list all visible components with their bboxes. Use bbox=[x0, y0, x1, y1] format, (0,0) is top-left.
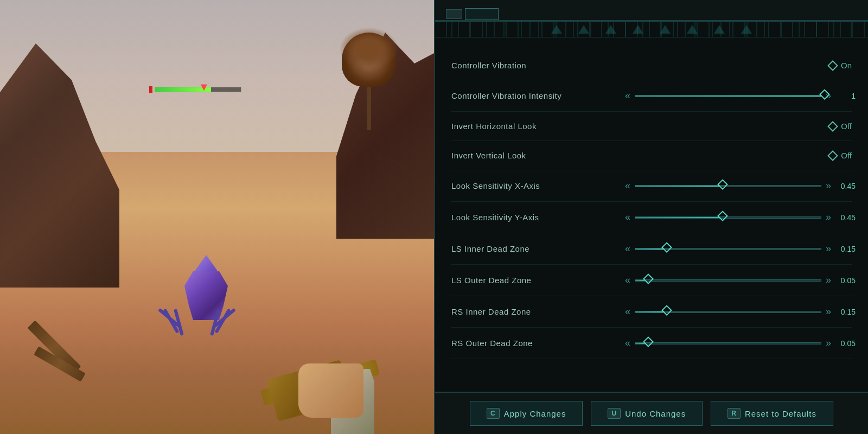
section-title bbox=[435, 37, 868, 51]
slider-right-look-sensitivity-x[interactable]: » bbox=[826, 180, 831, 192]
slider-track-look-sensitivity-y[interactable] bbox=[635, 216, 821, 219]
slider-thumb-rs-inner-dead-zone[interactable] bbox=[661, 305, 672, 316]
setting-row-controller-vibration-intensity: Controller Vibration Intensity « » 1 bbox=[451, 80, 852, 112]
desert-plants bbox=[336, 33, 401, 130]
toggle-invert-vertical-look[interactable]: Off bbox=[829, 151, 852, 160]
slider-left-rs-inner-dead-zone[interactable]: « bbox=[625, 306, 630, 317]
slider-fill-ls-outer-dead-zone bbox=[635, 280, 644, 281]
slider-fill-rs-outer-dead-zone bbox=[635, 343, 644, 344]
toggle-value-invert-vertical-look: Off bbox=[841, 151, 852, 160]
setting-label-invert-vertical-look: Invert Vertical Look bbox=[451, 151, 625, 160]
slider-controller-vibration-intensity[interactable]: « » bbox=[625, 90, 831, 101]
slider-right-rs-inner-dead-zone[interactable]: » bbox=[826, 306, 831, 317]
reset-defaults-label: Reset to Defaults bbox=[745, 409, 816, 418]
setting-control-rs-outer-dead-zone: « » 0.05 bbox=[625, 337, 856, 349]
apply-changes-button[interactable]: C Apply Changes bbox=[470, 401, 583, 426]
plant-spikes bbox=[339, 27, 399, 71]
setting-row-rs-outer-dead-zone: RS Outer Dead Zone « » 0.05 bbox=[451, 328, 852, 359]
game-viewport: ▼ bbox=[0, 0, 434, 434]
enemy-red-status bbox=[149, 86, 152, 93]
setting-label-ls-inner-dead-zone: LS Inner Dead Zone bbox=[451, 244, 625, 253]
tab-audio[interactable] bbox=[538, 8, 571, 20]
setting-label-controller-vibration: Controller Vibration bbox=[451, 61, 625, 70]
slider-left-controller-vibration-intensity[interactable]: « bbox=[625, 90, 630, 101]
setting-row-ls-outer-dead-zone: LS Outer Dead Zone « » 0.05 bbox=[451, 265, 852, 296]
toggle-value-controller-vibration: On bbox=[841, 61, 852, 70]
slider-left-rs-outer-dead-zone[interactable]: « bbox=[625, 337, 630, 349]
setting-label-rs-inner-dead-zone: RS Inner Dead Zone bbox=[451, 307, 625, 316]
slider-thumb-look-sensitivity-y[interactable] bbox=[717, 210, 728, 221]
slider-look-sensitivity-y[interactable]: « » bbox=[625, 212, 831, 223]
slider-track-ls-inner-dead-zone[interactable] bbox=[635, 248, 821, 250]
setting-label-look-sensitivity-y: Look Sensitivity Y-Axis bbox=[451, 213, 625, 222]
reset-defaults-button[interactable]: R Reset to Defaults bbox=[711, 401, 833, 426]
slider-left-ls-inner-dead-zone[interactable]: « bbox=[625, 243, 630, 254]
slider-left-ls-outer-dead-zone[interactable]: « bbox=[625, 275, 630, 286]
enemy-level-row: ▼ bbox=[146, 86, 241, 93]
tab-del[interactable] bbox=[446, 9, 462, 19]
health-bar-container: ▼ bbox=[149, 86, 241, 93]
slider-right-ls-outer-dead-zone[interactable]: » bbox=[826, 275, 831, 286]
slider-track-ls-outer-dead-zone[interactable] bbox=[635, 279, 821, 282]
undo-changes-label: Undo Changes bbox=[625, 409, 686, 418]
slider-look-sensitivity-x[interactable]: « » bbox=[625, 180, 831, 192]
slider-value-look-sensitivity-x: 0.45 bbox=[837, 182, 856, 190]
setting-control-controller-vibration[interactable]: On bbox=[625, 61, 852, 70]
slider-left-look-sensitivity-y[interactable]: « bbox=[625, 212, 630, 223]
undo-changes-button[interactable]: U Undo Changes bbox=[591, 401, 703, 426]
setting-control-invert-vertical-look[interactable]: Off bbox=[625, 151, 852, 160]
slider-rs-outer-dead-zone[interactable]: « » bbox=[625, 337, 831, 349]
setting-control-look-sensitivity-x: « » 0.45 bbox=[625, 180, 856, 192]
tab-game[interactable] bbox=[501, 8, 535, 20]
apply-changes-key: C bbox=[487, 408, 500, 419]
deco-tri-3 bbox=[605, 25, 616, 34]
toggle-controller-vibration[interactable]: On bbox=[829, 61, 852, 70]
slider-ls-inner-dead-zone[interactable]: « » bbox=[625, 243, 831, 254]
deco-tri-2 bbox=[578, 25, 589, 34]
slider-track-controller-vibration-intensity[interactable] bbox=[635, 95, 821, 97]
slider-right-rs-outer-dead-zone[interactable]: » bbox=[826, 337, 831, 349]
deco-tri-4 bbox=[633, 25, 643, 34]
settings-panel: Controller Vibration On Controller Vibra… bbox=[434, 0, 868, 434]
slider-value-ls-outer-dead-zone: 0.05 bbox=[837, 276, 856, 285]
slider-right-ls-inner-dead-zone[interactable]: » bbox=[826, 243, 831, 254]
slider-track-look-sensitivity-x[interactable] bbox=[635, 185, 821, 187]
setting-label-look-sensitivity-x: Look Sensitivity X-Axis bbox=[451, 181, 625, 190]
slider-thumb-ls-inner-dead-zone[interactable] bbox=[661, 242, 672, 253]
health-bar: ▼ bbox=[155, 87, 241, 92]
slider-thumb-ls-outer-dead-zone[interactable] bbox=[643, 273, 654, 284]
slider-thumb-rs-outer-dead-zone[interactable] bbox=[643, 336, 654, 347]
slider-value-look-sensitivity-y: 0.45 bbox=[837, 213, 856, 222]
setting-control-invert-horizontal-look[interactable]: Off bbox=[625, 122, 852, 131]
slider-value-rs-outer-dead-zone: 0.05 bbox=[837, 339, 856, 348]
tab-accessibility[interactable] bbox=[610, 8, 644, 20]
slider-track-rs-inner-dead-zone[interactable] bbox=[635, 311, 821, 313]
tab-graphics[interactable] bbox=[465, 8, 499, 20]
deco-tri-7 bbox=[714, 25, 725, 34]
tab-ui[interactable] bbox=[574, 8, 608, 20]
setting-row-rs-inner-dead-zone: RS Inner Dead Zone « » 0.15 bbox=[451, 296, 852, 328]
deco-tri-8 bbox=[741, 25, 752, 34]
settings-list: Controller Vibration On Controller Vibra… bbox=[435, 51, 868, 392]
slider-rs-inner-dead-zone[interactable]: « » bbox=[625, 306, 831, 317]
slider-ls-outer-dead-zone[interactable]: « » bbox=[625, 275, 831, 286]
deco-tri-6 bbox=[687, 25, 698, 34]
setting-control-look-sensitivity-y: « » 0.45 bbox=[625, 212, 856, 223]
slider-thumb-look-sensitivity-x[interactable] bbox=[717, 179, 728, 190]
player-hands bbox=[298, 363, 363, 418]
toggle-invert-horizontal-look[interactable]: Off bbox=[829, 122, 852, 131]
action-bar: C Apply Changes U Undo Changes R Reset t… bbox=[435, 392, 868, 434]
setting-control-controller-vibration-intensity: « » 1 bbox=[625, 90, 856, 101]
slider-track-rs-outer-dead-zone[interactable] bbox=[635, 342, 821, 344]
slider-value-ls-inner-dead-zone: 0.15 bbox=[837, 245, 856, 253]
apply-changes-label: Apply Changes bbox=[504, 409, 566, 418]
setting-control-rs-inner-dead-zone: « » 0.15 bbox=[625, 306, 856, 317]
setting-row-look-sensitivity-y: Look Sensitivity Y-Axis « » 0.45 bbox=[451, 202, 852, 233]
deco-tri-1 bbox=[551, 25, 562, 34]
decorative-band bbox=[435, 21, 868, 37]
slider-left-look-sensitivity-x[interactable]: « bbox=[625, 180, 630, 192]
setting-label-rs-outer-dead-zone: RS Outer Dead Zone bbox=[451, 339, 625, 348]
slider-right-look-sensitivity-y[interactable]: » bbox=[826, 212, 831, 223]
slider-fill-ls-inner-dead-zone bbox=[635, 248, 663, 250]
enemy-nameplate: ▼ bbox=[146, 84, 241, 93]
